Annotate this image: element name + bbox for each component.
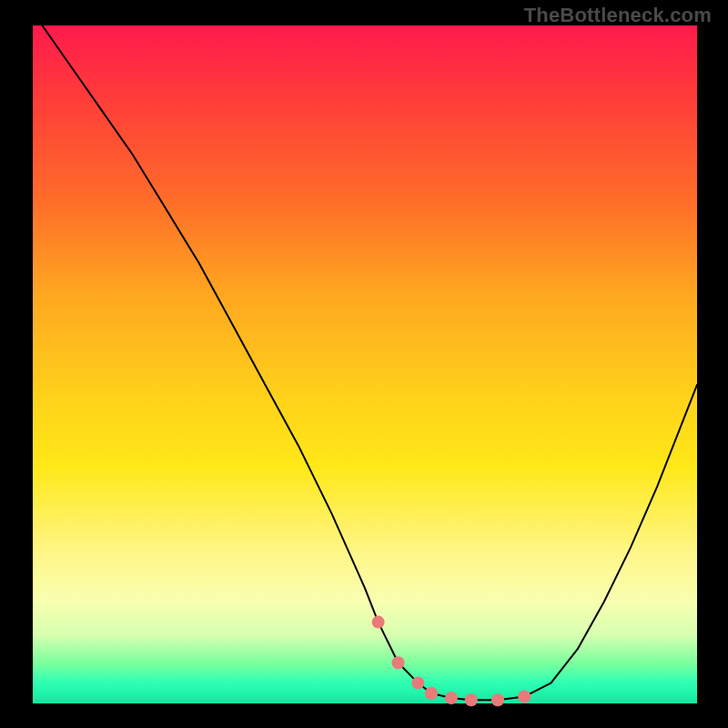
chart-svg [0,0,728,728]
highlight-dot [491,693,504,706]
highlight-dot [445,692,458,704]
highlight-dot [411,677,424,690]
highlight-dot [465,693,478,706]
highlight-dot [392,656,405,669]
highlight-dot [518,691,531,703]
highlight-dot [372,616,385,629]
highlight-dot [425,687,438,700]
highlight-markers [372,616,531,707]
curve-line [33,12,697,700]
chart-frame: TheBottleneck.com [0,0,728,728]
